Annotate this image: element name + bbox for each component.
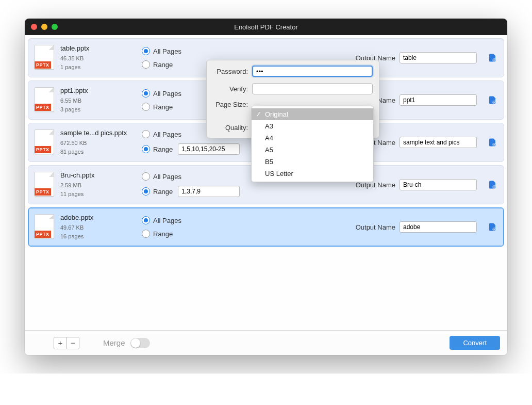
svg-point-5 bbox=[494, 144, 495, 145]
file-size: 672.50 KB bbox=[60, 139, 138, 148]
file-meta: table.pptx46.35 KB1 pages bbox=[60, 44, 138, 71]
output-name-input[interactable] bbox=[400, 52, 477, 63]
titlebar: Enolsoft PDF Creator bbox=[25, 19, 507, 35]
file-name: table.pptx bbox=[60, 44, 138, 52]
window-title: Enolsoft PDF Creator bbox=[25, 23, 507, 31]
file-page-count: 81 pages bbox=[60, 148, 138, 156]
file-name: adobe.pptx bbox=[60, 214, 138, 221]
row-settings-icon[interactable] bbox=[487, 94, 497, 106]
content-area: PPTXtable.pptx46.35 KB1 pagesAll PagesRa… bbox=[25, 35, 507, 355]
page-size-option[interactable]: B5 bbox=[252, 156, 373, 168]
row-settings-icon[interactable] bbox=[487, 137, 497, 148]
merge-label: Merge bbox=[103, 338, 125, 347]
file-type-icon: PPTX bbox=[35, 214, 56, 240]
remove-file-button[interactable]: − bbox=[66, 337, 79, 349]
file-row[interactable]: PPTXadobe.pptx49.67 KB16 pagesAll PagesR… bbox=[28, 207, 504, 247]
svg-point-1 bbox=[494, 60, 495, 61]
output-name-group: Output Name bbox=[356, 179, 477, 190]
row-settings-icon[interactable] bbox=[487, 179, 497, 190]
page-size-option[interactable]: A3 bbox=[252, 120, 373, 132]
merge-control: Merge bbox=[103, 338, 150, 348]
range-radio[interactable]: Range bbox=[142, 103, 173, 111]
file-page-count: 16 pages bbox=[60, 232, 138, 241]
range-radio[interactable]: Range bbox=[142, 145, 173, 153]
page-size-option[interactable]: US Letter bbox=[252, 168, 373, 180]
page-size-option[interactable]: Original bbox=[252, 108, 373, 120]
file-type-icon: PPTX bbox=[35, 129, 56, 155]
file-meta: Bru-ch.pptx2.59 MB11 pages bbox=[60, 171, 138, 198]
row-settings-icon[interactable] bbox=[487, 221, 497, 233]
file-type-icon: PPTX bbox=[35, 87, 56, 113]
page-size-label: Page Size: bbox=[213, 101, 248, 108]
window-controls bbox=[31, 24, 58, 30]
file-size: 6.55 MB bbox=[60, 96, 138, 105]
all-pages-radio[interactable]: All Pages bbox=[142, 216, 245, 224]
range-input[interactable] bbox=[178, 186, 240, 197]
file-size: 49.67 KB bbox=[60, 223, 138, 232]
file-type-icon: PPTX bbox=[35, 45, 56, 71]
output-name-input[interactable] bbox=[400, 221, 477, 233]
app-window: Enolsoft PDF Creator PPTXtable.pptx46.35… bbox=[25, 19, 507, 355]
output-name-label: Output Name bbox=[356, 223, 395, 231]
page-range-group: All PagesRange bbox=[142, 216, 245, 238]
page-size-option[interactable]: A4 bbox=[252, 132, 373, 144]
settings-popover: Password: Verify: Page Size: Quality: Or… bbox=[206, 60, 379, 138]
file-name: ppt1.pptx bbox=[60, 87, 138, 94]
range-radio[interactable]: Range bbox=[142, 60, 173, 69]
output-name-input[interactable] bbox=[400, 94, 477, 106]
file-page-count: 1 pages bbox=[60, 63, 138, 72]
minimize-window-button[interactable] bbox=[41, 24, 47, 30]
file-size: 46.35 KB bbox=[60, 54, 138, 63]
quality-label: Quality: bbox=[213, 124, 248, 132]
svg-point-3 bbox=[494, 102, 495, 103]
all-pages-radio[interactable]: All Pages bbox=[142, 172, 245, 181]
output-name-input[interactable] bbox=[400, 179, 477, 190]
convert-button[interactable]: Convert bbox=[450, 336, 500, 350]
add-remove-group: + − bbox=[54, 337, 79, 349]
range-radio[interactable]: Range bbox=[142, 187, 173, 196]
range-input[interactable] bbox=[178, 143, 240, 155]
file-size: 2.59 MB bbox=[60, 181, 138, 190]
file-name: Bru-ch.pptx bbox=[60, 171, 138, 179]
verify-label: Verify: bbox=[213, 85, 248, 93]
row-settings-icon[interactable] bbox=[487, 52, 497, 63]
range-radio[interactable]: Range bbox=[142, 230, 173, 238]
svg-point-7 bbox=[494, 187, 495, 188]
page-range-group: All PagesRange bbox=[142, 172, 245, 197]
bottom-bar: + − Merge Convert bbox=[25, 330, 507, 355]
file-page-count: 3 pages bbox=[60, 105, 138, 114]
maximize-window-button[interactable] bbox=[52, 24, 58, 30]
verify-input[interactable] bbox=[252, 83, 373, 94]
password-input[interactable] bbox=[252, 66, 373, 77]
output-name-group: Output Name bbox=[356, 221, 477, 233]
file-meta: sample te...d pics.pptx672.50 KB81 pages bbox=[60, 129, 138, 156]
output-name-input[interactable] bbox=[400, 137, 477, 148]
add-file-button[interactable]: + bbox=[54, 337, 66, 349]
svg-point-9 bbox=[494, 229, 495, 230]
file-meta: ppt1.pptx6.55 MB3 pages bbox=[60, 87, 138, 114]
file-page-count: 11 pages bbox=[60, 190, 138, 199]
close-window-button[interactable] bbox=[31, 24, 37, 30]
page-size-option[interactable]: A5 bbox=[252, 144, 373, 156]
file-type-icon: PPTX bbox=[35, 172, 56, 198]
page-size-dropdown[interactable]: OriginalA3A4A5B5US Letter bbox=[251, 106, 374, 182]
file-meta: adobe.pptx49.67 KB16 pages bbox=[60, 214, 138, 240]
password-label: Password: bbox=[213, 68, 248, 75]
all-pages-radio[interactable]: All Pages bbox=[142, 47, 245, 55]
file-name: sample te...d pics.pptx bbox=[60, 129, 138, 137]
merge-toggle[interactable] bbox=[130, 338, 150, 348]
